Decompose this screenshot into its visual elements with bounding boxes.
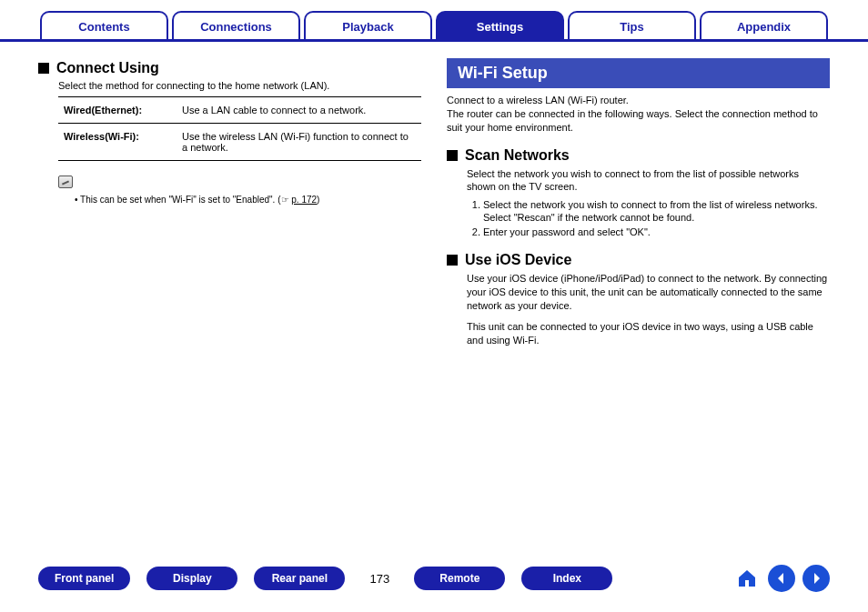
front-panel-button[interactable]: Front panel bbox=[38, 567, 130, 590]
step-extra: Select "Rescan" if the network cannot be… bbox=[483, 212, 830, 223]
table-val: Use the wireless LAN (Wi-Fi) function to… bbox=[177, 124, 421, 161]
tab-connections[interactable]: Connections bbox=[172, 11, 300, 39]
note-suffix: ) bbox=[317, 195, 319, 205]
heading-scan-networks: Scan Networks bbox=[447, 147, 830, 164]
tab-appendix[interactable]: Appendix bbox=[700, 11, 828, 39]
note-text: • This can be set when "Wi-Fi" is set to… bbox=[75, 195, 421, 205]
page-link-172[interactable]: p. 172 bbox=[291, 195, 317, 205]
top-tabs: Contents Connections Playback Settings T… bbox=[0, 0, 868, 42]
footer-nav: Front panel Display Rear panel 173 Remot… bbox=[0, 565, 868, 592]
square-bullet-icon bbox=[38, 63, 49, 74]
heading-text: Scan Networks bbox=[465, 147, 570, 164]
table-row: Wired(Ethernet): Use a LAN cable to conn… bbox=[58, 97, 421, 124]
section-banner-wifi-setup: Wi-Fi Setup bbox=[447, 58, 830, 88]
heading-connect-using: Connect Using bbox=[38, 60, 421, 76]
pencil-note-icon bbox=[58, 176, 73, 188]
home-icon[interactable] bbox=[733, 565, 761, 592]
page-number: 173 bbox=[361, 572, 398, 586]
tab-settings[interactable]: Settings bbox=[436, 11, 564, 39]
intro-line2: The router can be connected in the follo… bbox=[447, 108, 818, 133]
table-key: Wireless(Wi-Fi): bbox=[58, 124, 177, 161]
table-row: Wireless(Wi-Fi): Use the wireless LAN (W… bbox=[58, 124, 421, 161]
list-item: Select the network you wish to connect t… bbox=[483, 199, 830, 223]
nav-icon-group bbox=[733, 565, 830, 592]
index-button[interactable]: Index bbox=[521, 567, 612, 590]
intro-line1: Connect to a wireless LAN (Wi-Fi) router… bbox=[447, 95, 629, 105]
page-content: Connect Using Select the method for conn… bbox=[0, 42, 868, 354]
heading-text: Connect Using bbox=[56, 60, 159, 76]
note-prefix: This can be set when "Wi-Fi" is set to "… bbox=[80, 195, 280, 205]
step-text: Enter your password and select "OK". bbox=[483, 226, 651, 237]
list-item: Enter your password and select "OK". bbox=[483, 226, 830, 237]
next-page-icon[interactable] bbox=[802, 565, 830, 592]
heading-text: Use iOS Device bbox=[465, 252, 571, 268]
step-text: Select the network you wish to connect t… bbox=[483, 199, 817, 210]
square-bullet-icon bbox=[447, 150, 458, 161]
scan-desc: Select the network you wish to connect t… bbox=[467, 167, 830, 195]
left-column: Connect Using Select the method for conn… bbox=[38, 58, 421, 354]
rear-panel-button[interactable]: Rear panel bbox=[254, 567, 345, 590]
heading-use-ios: Use iOS Device bbox=[447, 252, 830, 268]
ios-para2: This unit can be connected to your iOS d… bbox=[467, 320, 830, 347]
remote-button[interactable]: Remote bbox=[414, 567, 505, 590]
table-key: Wired(Ethernet): bbox=[58, 97, 177, 124]
connect-using-table: Wired(Ethernet): Use a LAN cable to conn… bbox=[58, 96, 421, 161]
pointer-hand-icon: ☞ bbox=[281, 195, 289, 205]
prev-page-icon[interactable] bbox=[768, 565, 795, 592]
tab-contents[interactable]: Contents bbox=[40, 11, 168, 39]
connect-using-desc: Select the method for connecting to the … bbox=[58, 80, 421, 91]
scan-steps: Select the network you wish to connect t… bbox=[467, 199, 830, 237]
ios-para1: Use your iOS device (iPhone/iPod/iPad) t… bbox=[467, 272, 830, 313]
wifi-intro: Connect to a wireless LAN (Wi-Fi) router… bbox=[447, 94, 830, 135]
tab-tips[interactable]: Tips bbox=[568, 11, 696, 39]
display-button[interactable]: Display bbox=[146, 567, 237, 590]
square-bullet-icon bbox=[447, 255, 458, 266]
right-column: Wi-Fi Setup Connect to a wireless LAN (W… bbox=[447, 58, 830, 354]
table-val: Use a LAN cable to connect to a network. bbox=[177, 97, 421, 124]
tab-playback[interactable]: Playback bbox=[304, 11, 432, 39]
